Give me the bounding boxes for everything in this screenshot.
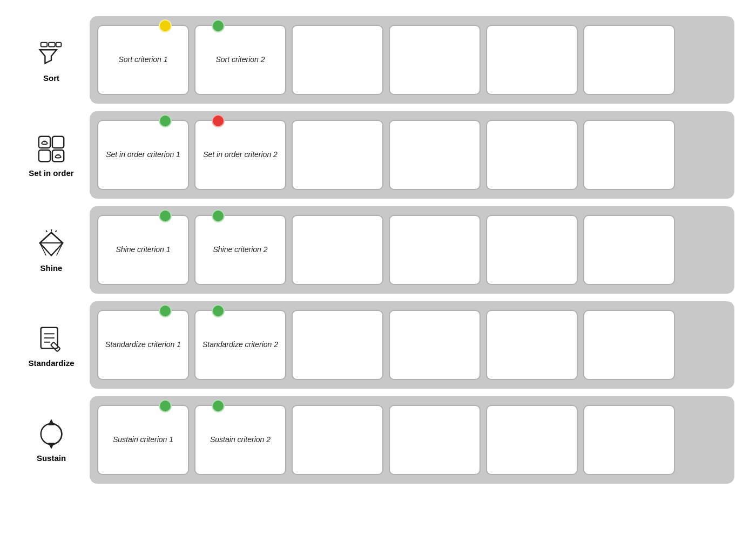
icon-label-set-in-order: Set in order xyxy=(22,133,81,178)
sustain-icon xyxy=(35,418,68,450)
status-dot-standardize-2 xyxy=(212,304,225,317)
set-in-order-icon xyxy=(35,133,68,165)
status-dot-sort-1 xyxy=(159,19,172,32)
criterion-card-sustain-2[interactable]: Sustain criterion 2 xyxy=(194,405,286,475)
criterion-card-set-in-order-5[interactable] xyxy=(486,120,578,190)
criterion-card-shine-6[interactable] xyxy=(583,215,675,285)
criteria-container-standardize: Standardize criterion 1Standardize crite… xyxy=(90,301,734,389)
svg-rect-4 xyxy=(39,136,50,147)
criterion-text-standardize-1: Standardize criterion 1 xyxy=(105,340,181,350)
svg-rect-0 xyxy=(41,42,48,46)
criterion-card-standardize-1[interactable]: Standardize criterion 1 xyxy=(97,310,189,380)
status-dot-set-in-order-2 xyxy=(212,114,225,127)
criterion-text-sustain-2: Sustain criterion 2 xyxy=(210,435,271,445)
criterion-card-shine-5[interactable] xyxy=(486,215,578,285)
criterion-card-standardize-6[interactable] xyxy=(583,310,675,380)
criteria-container-shine: Shine criterion 1Shine criterion 2 xyxy=(90,206,734,294)
status-dot-sustain-1 xyxy=(159,399,172,412)
svg-rect-6 xyxy=(39,150,50,161)
criterion-card-standardize-3[interactable] xyxy=(292,310,383,380)
status-dot-shine-2 xyxy=(212,209,225,222)
main-container: SortSort criterion 1Sort criterion 2 Set… xyxy=(11,11,745,489)
icon-label-sort: Sort xyxy=(22,38,81,83)
criterion-card-sustain-3[interactable] xyxy=(292,405,383,475)
sort-icon xyxy=(35,38,68,70)
standardize-label: Standardize xyxy=(28,358,74,368)
criterion-card-shine-3[interactable] xyxy=(292,215,383,285)
status-dot-sustain-2 xyxy=(212,399,225,412)
status-dot-standardize-1 xyxy=(159,304,172,317)
svg-rect-5 xyxy=(52,136,64,147)
criterion-text-shine-1: Shine criterion 1 xyxy=(116,245,170,255)
criteria-container-set-in-order: Set in order criterion 1Set in order cri… xyxy=(90,111,734,199)
criterion-card-set-in-order-2[interactable]: Set in order criterion 2 xyxy=(194,120,286,190)
set-in-order-label: Set in order xyxy=(29,168,73,178)
row-shine: ShineShine criterion 1Shine criterion 2 xyxy=(22,206,734,294)
row-set-in-order: Set in orderSet in order criterion 1Set … xyxy=(22,111,734,199)
criteria-container-sustain: Sustain criterion 1Sustain criterion 2 xyxy=(90,396,734,484)
criteria-container-sort: Sort criterion 1Sort criterion 2 xyxy=(90,16,734,104)
criterion-card-sort-1[interactable]: Sort criterion 1 xyxy=(97,25,189,95)
sort-label: Sort xyxy=(43,73,59,83)
svg-line-16 xyxy=(46,230,47,232)
criterion-text-sort-1: Sort criterion 1 xyxy=(118,55,167,65)
svg-marker-8 xyxy=(40,232,63,255)
criterion-card-set-in-order-6[interactable] xyxy=(583,120,675,190)
criterion-card-shine-1[interactable]: Shine criterion 1 xyxy=(97,215,189,285)
criterion-card-sort-6[interactable] xyxy=(583,25,675,95)
status-dot-sort-2 xyxy=(212,19,225,32)
row-sort: SortSort criterion 1Sort criterion 2 xyxy=(22,16,734,104)
criterion-text-sustain-1: Sustain criterion 1 xyxy=(113,435,173,445)
criterion-card-sustain-1[interactable]: Sustain criterion 1 xyxy=(97,405,189,475)
criterion-text-set-in-order-1: Set in order criterion 1 xyxy=(106,150,180,160)
icon-label-shine: Shine xyxy=(22,228,81,273)
criterion-text-set-in-order-2: Set in order criterion 2 xyxy=(203,150,278,160)
criterion-card-shine-4[interactable] xyxy=(389,215,481,285)
status-dot-shine-1 xyxy=(159,209,172,222)
criterion-text-shine-2: Shine criterion 2 xyxy=(213,245,267,255)
criterion-card-sort-4[interactable] xyxy=(389,25,481,95)
criterion-text-sort-2: Sort criterion 2 xyxy=(215,55,265,65)
icon-label-sustain: Sustain xyxy=(22,418,81,463)
criterion-card-sustain-4[interactable] xyxy=(389,405,481,475)
criterion-card-sort-5[interactable] xyxy=(486,25,578,95)
row-standardize: StandardizeStandardize criterion 1Standa… xyxy=(22,301,734,389)
criterion-card-set-in-order-1[interactable]: Set in order criterion 1 xyxy=(97,120,189,190)
criterion-card-shine-2[interactable]: Shine criterion 2 xyxy=(194,215,286,285)
shine-icon xyxy=(35,228,68,260)
criterion-card-set-in-order-3[interactable] xyxy=(292,120,383,190)
svg-line-10 xyxy=(40,232,51,242)
svg-marker-22 xyxy=(49,420,53,424)
svg-rect-21 xyxy=(51,342,60,351)
criterion-card-standardize-2[interactable]: Standardize criterion 2 xyxy=(194,310,286,380)
criterion-card-sustain-5[interactable] xyxy=(486,405,578,475)
shine-label: Shine xyxy=(40,263,63,273)
criterion-card-standardize-5[interactable] xyxy=(486,310,578,380)
row-sustain: SustainSustain criterion 1Sustain criter… xyxy=(22,396,734,484)
status-dot-set-in-order-1 xyxy=(159,114,172,127)
svg-rect-2 xyxy=(56,42,62,46)
svg-line-15 xyxy=(56,230,57,232)
criterion-card-set-in-order-4[interactable] xyxy=(389,120,481,190)
sustain-label: Sustain xyxy=(37,453,66,463)
standardize-icon xyxy=(35,323,68,355)
svg-line-11 xyxy=(51,232,63,242)
criterion-card-sustain-6[interactable] xyxy=(583,405,675,475)
criterion-card-sort-2[interactable]: Sort criterion 2 xyxy=(194,25,286,95)
criterion-text-standardize-2: Standardize criterion 2 xyxy=(202,340,278,350)
criterion-card-sort-3[interactable] xyxy=(292,25,383,95)
svg-marker-23 xyxy=(49,443,53,448)
icon-label-standardize: Standardize xyxy=(22,323,81,368)
criterion-card-standardize-4[interactable] xyxy=(389,310,481,380)
svg-rect-1 xyxy=(49,42,55,46)
